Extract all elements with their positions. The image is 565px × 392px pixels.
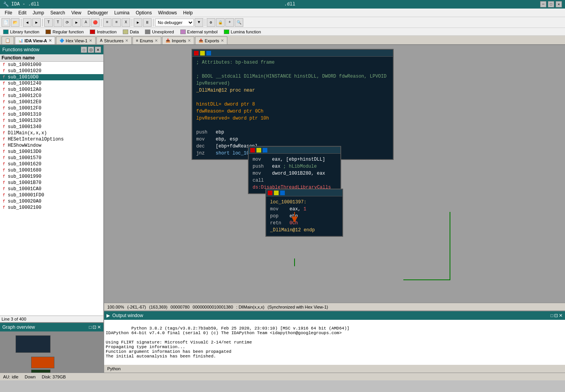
fn-item-hesetinternal[interactable]: fHESetInternalOptions [0, 136, 103, 142]
bottom-code-titlebar [266, 189, 342, 196]
mid-code-content[interactable]: moveax, [ebp+hinstDLL] pusheax ; hLibMod… [249, 154, 340, 193]
tab-exports-close[interactable]: ✕ [221, 38, 224, 43]
output-float-button[interactable]: ⊡ [554, 313, 558, 318]
tab-imports[interactable]: 📥 Imports ✕ [162, 36, 194, 44]
output-header: ▶ Output window □ ⊡ ✕ [104, 311, 565, 320]
new-button[interactable]: 📄 [2, 18, 10, 27]
menu-item-options[interactable]: Options [133, 9, 155, 16]
debugger-dropdown[interactable]: ▼ [195, 18, 203, 27]
tb-btn-10[interactable]: ⚙ [207, 18, 215, 27]
tab-enums-close[interactable]: ✕ [155, 38, 158, 43]
tab-imports-close[interactable]: ✕ [188, 38, 191, 43]
maximize-button[interactable]: □ [548, 1, 554, 7]
fn-item-6[interactable]: fsub_100012E0 [0, 99, 103, 105]
fn-item-dllmain[interactable]: fDllMain(x,x,x) [0, 130, 103, 136]
menu-item-edit[interactable]: Edit [15, 9, 30, 16]
main-code-content[interactable]: ; Attributes: bp-based frame ; BOOL __st… [192, 57, 393, 159]
bottom-code-content[interactable]: loc_10001397: moveax, 1 popebp retn0Ch _… [266, 196, 342, 236]
functions-close-button[interactable]: ✕ [95, 47, 101, 53]
tb-btn-1[interactable]: T [44, 18, 53, 27]
output-pin-button[interactable]: □ [551, 313, 553, 318]
content-area[interactable]: ; Attributes: bp-based frame ; BOOL __st… [104, 45, 565, 310]
fn-icon-3: f [2, 82, 6, 86]
menu-item-view[interactable]: View [68, 9, 84, 16]
graph-close-button[interactable]: ✕ [97, 324, 101, 330]
fn-name-3: sub_10001240 [8, 81, 41, 86]
tab-structures-close[interactable]: ✕ [125, 38, 128, 43]
fn-item-9[interactable]: fsub_10001320 [0, 118, 103, 124]
menu-item-help[interactable]: Help [180, 9, 196, 16]
tab-hex-view[interactable]: 🔷 Hex View-1 ✕ [56, 36, 96, 44]
legend-unexplored-label: Unexplored [152, 29, 174, 34]
functions-float-button[interactable]: ⊡ [88, 47, 94, 53]
menu-item-windows[interactable]: Windows [155, 9, 180, 16]
status-disk-text: Disk: 379GB [42, 375, 66, 379]
tab-enums[interactable]: ≡ Enums ✕ [133, 36, 161, 44]
functions-list[interactable]: fsub_10001000 fsub_10001020 fsub_10010D0… [0, 62, 103, 316]
fn-item-4[interactable]: fsub_100012A0 [0, 87, 103, 93]
fn-item-2[interactable]: fsub_10010D0 [0, 74, 103, 80]
menu-item-jump[interactable]: Jump [30, 9, 47, 16]
fn-item-1[interactable]: fsub_10001020 [0, 68, 103, 74]
tab-ida-view[interactable]: 📊 IDA View-A ✕ [15, 36, 55, 44]
fn-item-1b70[interactable]: fsub_10001B70 [0, 180, 103, 186]
fn-item-1ca0[interactable]: fsub_10001CA0 [0, 186, 103, 192]
menu-item-debugger[interactable]: Debugger [84, 9, 111, 16]
tab-ida-close[interactable]: ✕ [49, 38, 52, 43]
tb-btn-8[interactable]: ≡ [112, 18, 121, 27]
fn-item-7[interactable]: fsub_100012F0 [0, 105, 103, 111]
title-bar: 🔧 IDA - .dll .dll ─ □ ✕ [0, 0, 565, 9]
menu-item-file[interactable]: File [2, 9, 15, 16]
debugger-select[interactable]: No debugger [155, 19, 194, 26]
fn-item-10[interactable]: fsub_10001340 [0, 124, 103, 130]
status-sync: (Synchronized with Hex View-1) [268, 305, 328, 309]
tb-btn-9[interactable]: X [122, 18, 130, 27]
status-au-label: AU: [3, 375, 10, 379]
fn-item-0[interactable]: fsub_10001000 [0, 62, 103, 68]
tab-structures[interactable]: A Structures ✕ [96, 36, 132, 44]
fn-item-3[interactable]: fsub_10001240 [0, 80, 103, 87]
forward-button[interactable]: ▶ [32, 18, 41, 27]
minimize-button[interactable]: ─ [540, 1, 546, 7]
menu-item-search[interactable]: Search [47, 9, 68, 16]
output-content[interactable]: Python 3.8.2 (tags/v3.8.2:7b3ab59, Feb 2… [104, 320, 565, 365]
graph-node-mid [31, 357, 54, 368]
tb-btn-5[interactable]: A [82, 18, 90, 27]
tb-btn-3[interactable]: ⟳ [63, 18, 71, 27]
fn-item-20a0[interactable]: fsub_100020A0 [0, 198, 103, 205]
functions-pin-button[interactable]: □ [81, 47, 87, 53]
fn-item-1620[interactable]: fsub_10001620 [0, 161, 103, 167]
bot-mov: moveax, 1 [270, 206, 306, 212]
output-close-button[interactable]: ✕ [559, 313, 563, 318]
fn-item-5[interactable]: fsub_100012C0 [0, 93, 103, 99]
play-button[interactable]: ▶ [134, 18, 142, 27]
graph-canvas[interactable] [0, 331, 103, 373]
fn-item-1fd0[interactable]: fsub_100001FD0 [0, 192, 103, 198]
graph-pin-button[interactable]: □ [89, 324, 92, 330]
fn-item-1570[interactable]: fsub_10001570 [0, 155, 103, 161]
graph-float-button[interactable]: ⊡ [92, 324, 96, 330]
bottom-code-window: loc_10001397: moveax, 1 popebp retn0Ch _… [265, 189, 343, 237]
pause-button[interactable]: ⏸ [143, 18, 152, 27]
tb-btn-4[interactable]: ▶ [72, 18, 81, 27]
fn-item-1680[interactable]: fsub_10001680 [0, 167, 103, 173]
fn-item-1990[interactable]: fsub_10001990 [0, 173, 103, 180]
tb-btn-12[interactable]: + [225, 18, 234, 27]
tb-btn-13[interactable]: 🔍 [235, 18, 243, 27]
tab-exports[interactable]: 📤 Exports ✕ [195, 36, 227, 44]
fn-item-8[interactable]: fsub_10001310 [0, 111, 103, 118]
fn-item-2100[interactable]: fsub_10002100 [0, 205, 103, 211]
back-button[interactable]: ◀ [23, 18, 31, 27]
tab-functions-icon[interactable]: 📋 [2, 36, 14, 44]
tb-btn-7[interactable]: ≡ [103, 18, 112, 27]
legend-instruction: Instruction [90, 29, 117, 34]
tb-btn-11[interactable]: 🔒 [216, 18, 225, 27]
tb-btn-6[interactable]: 🔴 [91, 18, 99, 27]
fn-item-13d0[interactable]: fsub_100013D0 [0, 149, 103, 155]
close-button[interactable]: ✕ [556, 1, 562, 7]
menu-item-lumina[interactable]: Lumina [111, 9, 133, 16]
tab-hex-close[interactable]: ✕ [89, 38, 92, 43]
tb-btn-2[interactable]: T [54, 18, 62, 27]
open-button[interactable]: 📂 [11, 18, 19, 27]
fn-item-heshowwindow[interactable]: fHEShowWindow [0, 142, 103, 149]
